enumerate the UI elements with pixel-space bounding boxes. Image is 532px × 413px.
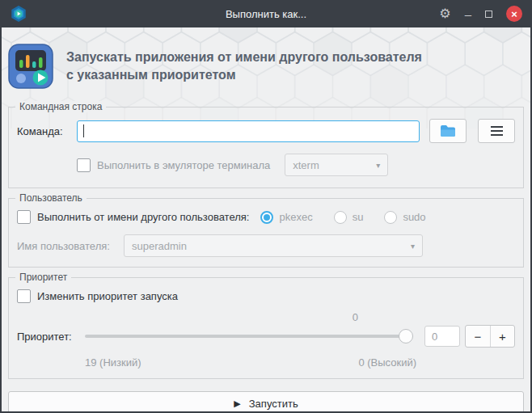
titlebar-controls: ⚙ – × [439,6,522,22]
decrement-button[interactable]: − [466,326,490,347]
run-as-row: Выполнить от имени другого пользователя:… [17,210,515,224]
maximize-button[interactable] [485,11,492,18]
priority-low-label: 19 (Низкий) [85,356,141,369]
hamburger-menu-icon [491,126,503,136]
page-title-line2: с указанным приоритетом [66,66,422,84]
username-label: Имя пользователя: [17,240,124,252]
priority-spin-buttons: − + [465,325,515,348]
close-button[interactable]: × [506,6,522,22]
radio-pkexec[interactable]: pkexec [260,211,312,224]
priority-group-title: Приоритет [15,272,71,283]
page-title-line1: Запускать приложения от имени другого по… [66,48,422,66]
change-priority-label[interactable]: Изменить приоритет запуска [37,290,178,302]
terminal-emulator-value: xterm [293,159,319,171]
priority-slider-row: Приоритет: 0 − + [17,325,515,348]
chevron-down-icon: ▾ [368,161,380,170]
increment-button[interactable]: + [490,326,514,347]
command-row: Команда: [17,119,515,143]
page-title: Запускать приложения от имени другого по… [66,48,422,85]
priority-slider-handle[interactable] [399,329,413,343]
terminal-checkbox[interactable] [77,158,91,172]
priority-high-label: 0 (Высокий) [358,356,416,369]
maximize-icon [485,11,492,18]
app-icon-small [10,5,27,23]
chevron-down-icon: ▾ [403,242,415,251]
priority-group: Приоритет Изменить приоритет запуска 0 П… [8,277,524,379]
radio-su-circle[interactable] [334,211,347,224]
minimize-button[interactable]: – [465,8,471,20]
command-label: Команда: [17,125,77,137]
menu-button[interactable] [478,119,515,143]
radio-su[interactable]: su [334,211,364,224]
command-line-group-title: Командная строка [15,101,106,112]
run-button[interactable]: ▶ Запустить [8,391,524,411]
priority-label: Приоритет: [17,331,85,343]
priority-spin-value[interactable]: 0 [424,326,460,347]
browse-file-button[interactable] [429,119,467,143]
radio-sudo[interactable]: sudo [384,211,425,224]
username-value: superadmin [132,240,187,252]
user-group-title: Пользователь [15,192,87,204]
radio-su-label[interactable]: su [353,211,364,223]
terminal-checkbox-label[interactable]: Выполнить в эмуляторе терминала [97,159,270,171]
play-icon: ▶ [234,399,240,408]
app-window: Выполнить как... ⚙ – × [0,0,532,413]
priority-slider[interactable] [85,335,413,338]
terminal-row: Выполнить в эмуляторе терминала xterm ▾ [77,154,515,176]
radio-pkexec-circle[interactable] [260,211,273,224]
command-input-wrap [77,120,420,142]
titlebar: Выполнить как... ⚙ – × [0,0,532,27]
run-as-other-user-label[interactable]: Выполнить от имени другого пользователя: [37,211,249,223]
run-as-other-user-checkbox[interactable] [17,210,31,224]
slider-value-label: 0 [85,311,416,323]
priority-scale: 19 (Низкий) 0 (Высокий) [85,356,416,369]
radio-pkexec-label[interactable]: pkexec [279,211,312,223]
settings-gear-icon[interactable]: ⚙ [439,7,450,20]
radio-sudo-circle[interactable] [384,211,397,224]
change-priority-checkbox[interactable] [17,289,31,303]
run-button-label: Запустить [249,398,298,410]
header: Запускать приложения от имени другого по… [2,27,530,97]
folder-icon [440,124,456,137]
user-group: Пользователь Выполнить от имени другого … [8,198,524,268]
auth-method-radios: pkexec su sudo [260,211,425,224]
change-priority-row: Изменить приоритет запуска [17,289,515,303]
text-cursor [83,124,84,137]
terminal-emulator-select[interactable]: xterm ▾ [285,154,388,176]
username-row: Имя пользователя: superadmin ▾ [17,234,515,257]
radio-sudo-label[interactable]: sudo [403,211,425,223]
command-input[interactable] [77,120,420,142]
window-content: Запускать приложения от имени другого по… [2,27,530,411]
username-select[interactable]: superadmin ▾ [124,234,423,257]
command-line-group: Командная строка Команда: [8,107,524,188]
app-icon [8,44,53,89]
